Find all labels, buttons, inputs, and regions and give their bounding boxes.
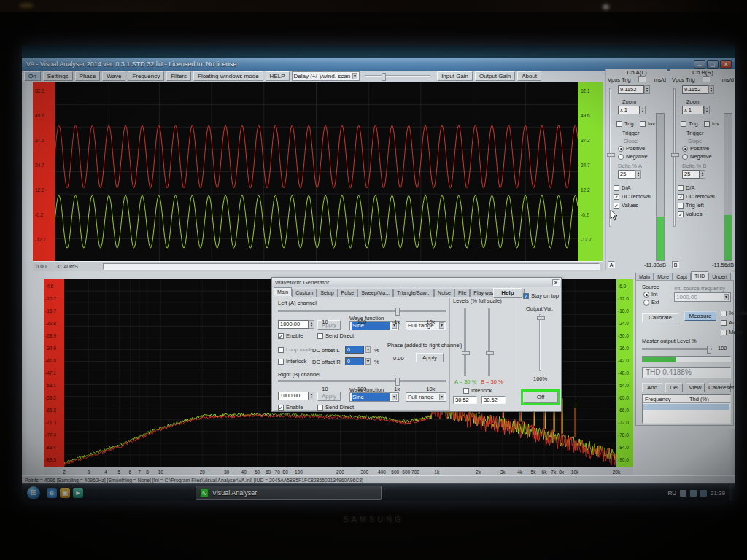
wg-level-b-slider[interactable] (488, 308, 490, 376)
wg-right-enable-checkbox[interactable]: ✓Enable (278, 404, 303, 411)
spinner-arrows-icon[interactable]: ▲▼ (635, 170, 641, 179)
wg-output-vol-handle[interactable] (537, 316, 545, 320)
toolbar-button-about[interactable]: About (517, 71, 541, 81)
wavegen-tab-file[interactable]: File (454, 289, 470, 297)
wg-dc-r-combo[interactable]: 0 (345, 357, 364, 365)
spinner-arrows-icon[interactable]: ▲▼ (309, 392, 314, 400)
thd-tab-thd[interactable]: THD (691, 271, 708, 280)
wg-level-a-handle[interactable] (462, 351, 470, 355)
thd-source-int-radio[interactable]: Int (643, 291, 657, 298)
delta-spinner[interactable]: 25▲▼ (682, 170, 705, 179)
maximize-button[interactable]: ▢ (707, 60, 719, 69)
zoom-spinner[interactable]: x 1▲▼ (618, 106, 646, 114)
toolbar-button-help[interactable]: HELP (266, 71, 290, 81)
volume-icon[interactable] (700, 490, 707, 497)
language-indicator[interactable]: RU (667, 490, 676, 497)
spinner-arrows-icon[interactable]: ▲▼ (700, 170, 705, 179)
toolbar-button-output-gain[interactable]: Output Gain (475, 71, 515, 81)
wg-left-enable-checkbox[interactable]: ✓Enable (278, 332, 303, 339)
ypos-slider-handle[interactable] (607, 153, 615, 157)
toolbar-button-filters[interactable]: Filters (166, 71, 191, 81)
inv-checkbox[interactable]: Inv (704, 120, 719, 127)
chevron-down-icon[interactable]: ▾ (365, 346, 371, 353)
thd-master-slider[interactable] (642, 348, 712, 350)
wavegen-help-button[interactable]: Help (493, 288, 522, 298)
thd-mean-checkbox[interactable]: Mean (721, 329, 743, 335)
network-icon[interactable] (690, 490, 697, 497)
show-desktop-button[interactable] (729, 485, 732, 501)
toolbar-slider[interactable] (365, 75, 430, 77)
waveform-generator-dialog[interactable]: Waveform Generator ✕ MainCustomSetupPuls… (271, 277, 562, 412)
thd-auto-checkbox[interactable]: Auto (721, 319, 740, 326)
wg-right-apply-button[interactable]: Apply (317, 392, 341, 401)
trig-checkbox[interactable]: Trig (681, 120, 698, 127)
toolbar-button-frequency[interactable]: Frequency (128, 71, 164, 81)
wg-interlock-checkbox[interactable]: Interlock (278, 358, 306, 365)
trig-icon-button[interactable] (638, 76, 646, 82)
thd-del-button[interactable]: Del (665, 383, 683, 392)
wg-left-apply-button[interactable]: Apply (317, 320, 341, 330)
start-button[interactable]: ⊞ (27, 486, 40, 499)
thd-add-button[interactable]: Add (642, 383, 662, 392)
wg-right-range-combo[interactable]: Full range ▾ (406, 392, 446, 402)
thd-table-selected-row[interactable] (643, 404, 729, 410)
thd-measure-button[interactable]: Measure (684, 311, 716, 321)
slope-positive-radio[interactable]: Positive (618, 145, 645, 152)
minimize-button[interactable]: – (694, 60, 705, 69)
thd-cal-reset-button[interactable]: Cal/Reset (708, 383, 731, 392)
thd-calibrate-button[interactable]: Calibrate (642, 313, 678, 322)
wavegen-tab-triangle-saw-[interactable]: Triangle/Saw... (393, 289, 434, 297)
toolbar-button-wave[interactable]: Wave (102, 71, 125, 81)
spinner-arrows-icon[interactable]: ▲▼ (644, 85, 650, 94)
wavegen-tab-noise[interactable]: Noise (434, 289, 454, 297)
timediv-spinner[interactable]: 9.1152▲▼ (618, 85, 650, 94)
trig-left-checkbox[interactable]: Trig left (678, 202, 704, 209)
toolbar-button-input-gain[interactable]: Input Gain (437, 71, 473, 81)
wg-level-b-handle[interactable] (486, 351, 494, 355)
chevron-down-icon[interactable]: ▾ (365, 358, 371, 365)
delay-combo[interactable]: Delay (+/-)/wind. scan ▾ (292, 71, 360, 81)
thd-master-slider-handle[interactable] (707, 346, 711, 354)
spinner-arrows-icon[interactable]: ▲▼ (708, 85, 714, 94)
spinner-arrows-icon[interactable]: ▲▼ (704, 106, 710, 114)
wavegen-titlebar[interactable]: Waveform Generator ✕ (272, 278, 561, 287)
wavegen-tab-pulse[interactable]: Pulse (338, 289, 358, 297)
timediv-spinner[interactable]: 9.1152▲▼ (682, 85, 714, 94)
d-a-checkbox[interactable]: D/A (614, 184, 631, 191)
thd--mode-checkbox[interactable]: % mode (721, 310, 747, 316)
wg-left-freq-handle[interactable] (395, 308, 400, 316)
slope-positive-radio[interactable]: Positive (682, 145, 709, 152)
thd-freq-combo[interactable]: 1000.00 ▾ (674, 292, 731, 302)
values-checkbox[interactable]: ✓Values (678, 211, 702, 217)
dc-removal-checkbox[interactable]: ✓DC removal (678, 193, 715, 200)
thd-table[interactable]: Frequency Thd (%) (642, 394, 731, 424)
hidden-icons-icon[interactable] (680, 490, 686, 497)
spinner-arrows-icon[interactable]: ▲▼ (640, 106, 646, 114)
wg-levels-interlock-checkbox[interactable]: Interlock (463, 387, 492, 394)
zoom-spinner[interactable]: x 1▲▼ (682, 106, 710, 114)
wg-level-a-field[interactable]: 30.52 (453, 396, 477, 404)
media-player-icon[interactable]: ► (73, 488, 83, 498)
wavegen-tab-custom[interactable]: Custom (292, 289, 317, 297)
delta-spinner[interactable]: 25▲▼ (618, 170, 641, 179)
close-button[interactable]: ✕ (720, 60, 732, 69)
wg-level-b-field[interactable]: 30.52 (481, 396, 506, 404)
wg-right-wave-combo[interactable]: Sine ▾ (349, 392, 399, 402)
wg-left-freq-slider[interactable] (278, 310, 446, 312)
wg-left-send-direct-checkbox[interactable]: Send Direct (317, 332, 354, 339)
wavegen-tab-setup[interactable]: Setup (317, 289, 337, 297)
wg-right-freq-spin[interactable]: 1000.00 ▲▼ (278, 392, 314, 400)
slope-negative-radio[interactable]: Negative (682, 153, 712, 160)
wg-left-freq-spin[interactable]: 1000.00 ▲▼ (278, 320, 314, 329)
taskbar-app-button[interactable]: ∿ Visual Analyser (196, 486, 382, 500)
wavegen-tab-main[interactable]: Main (274, 287, 292, 296)
ypos-slider[interactable] (609, 88, 611, 227)
toolbar-button-settings[interactable]: Settings (43, 71, 73, 81)
wavegen-tab-sweep-ma-[interactable]: Sweep/Ma... (357, 289, 393, 297)
toolbar-button-floating-windows-mode[interactable]: Floating windows mode (193, 71, 263, 81)
values-checkbox[interactable]: ✓Values (614, 202, 638, 209)
wg-right-freq-slider[interactable] (278, 380, 446, 382)
inv-checkbox[interactable]: Inv (640, 120, 655, 127)
slope-negative-radio[interactable]: Negative (618, 153, 648, 160)
internet-explorer-icon[interactable]: e (47, 488, 57, 498)
